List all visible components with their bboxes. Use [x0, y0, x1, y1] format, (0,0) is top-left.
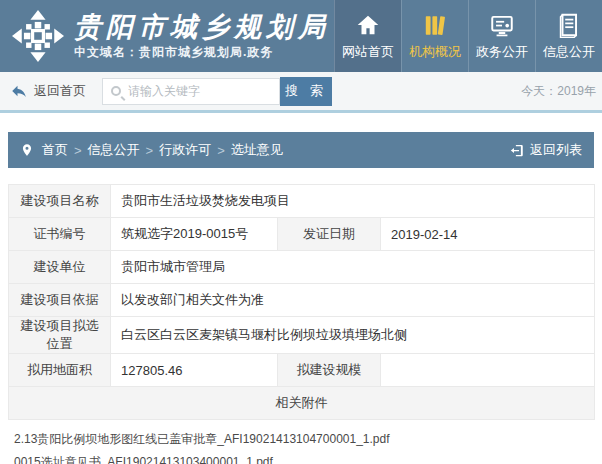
books-icon	[422, 12, 448, 38]
breadcrumb-item-site-opinion[interactable]: 选址意见	[231, 141, 283, 159]
project-detail-table: 建设项目名称 贵阳市生活垃圾焚烧发电项目 证书编号 筑规选字2019-0015号…	[8, 184, 595, 420]
toolbar: 返回首页 搜 索 今天：2019年	[0, 72, 602, 113]
search-button[interactable]: 搜 索	[280, 77, 332, 106]
back-home-label: 返回首页	[34, 82, 86, 100]
back-arrow-icon	[10, 82, 28, 100]
table-row: 建设项目拟选位置 白云区白云区麦架镇马堰村比例坝垃圾填埋场北侧	[9, 317, 595, 354]
table-row: 拟用地面积 127805.46 拟建设规模	[9, 354, 595, 387]
attachments-list: 2.13贵阳比例坝地形图红线已盖审批章_AFI19021413104700001…	[0, 420, 602, 464]
table-row: 建设项目依据 以发改部门相关文件为准	[9, 284, 595, 317]
monitor-icon	[489, 12, 515, 38]
breadcrumb: 首页 > 信息公开 > 行政许可 > 选址意见 返回列表	[8, 132, 594, 168]
return-to-list-button[interactable]: 返回列表	[509, 141, 582, 159]
field-value-proposed-location: 白云区白云区麦架镇马堰村比例坝垃圾填埋场北侧	[111, 317, 595, 354]
table-row: 建设单位 贵阳市城市管理局	[9, 251, 595, 284]
field-label-project-basis: 建设项目依据	[9, 284, 111, 317]
bureau-logo-icon	[12, 10, 64, 62]
return-list-icon	[509, 143, 524, 158]
field-value-construction-unit: 贵阳市城市管理局	[111, 251, 595, 284]
breadcrumb-item-info-disclosure[interactable]: 信息公开	[88, 141, 140, 159]
field-label-project-name: 建设项目名称	[9, 185, 111, 218]
search-input[interactable]	[128, 84, 271, 98]
breadcrumb-separator: >	[217, 143, 225, 158]
attachment-pdf-link[interactable]: 0015选址意见书_AFI19021413103400001_1.pdf	[14, 451, 602, 464]
field-label-proposed-location: 建设项目拟选位置	[9, 317, 111, 354]
field-value-land-area: 127805.46	[111, 354, 278, 387]
today-date-label: 今天：2019年	[521, 83, 596, 100]
tab-org-overview[interactable]: 机构概况	[401, 0, 468, 72]
document-icon	[556, 12, 582, 38]
tab-label: 网站首页	[342, 43, 394, 61]
field-label-construction-unit: 建设单位	[9, 251, 111, 284]
search-icon	[111, 86, 121, 96]
field-value-project-name: 贵阳市生活垃圾焚烧发电项目	[111, 185, 595, 218]
tab-label: 机构概况	[409, 43, 461, 61]
field-value-cert-number: 筑规选字2019-0015号	[111, 218, 278, 251]
main-nav: 网站首页 机构概况 政务公开	[334, 0, 602, 72]
table-row: 证书编号 筑规选字2019-0015号 发证日期 2019-02-14	[9, 218, 595, 251]
field-value-project-basis: 以发改部门相关文件为准	[111, 284, 595, 317]
site-header: 贵阳市城乡规划局 中文域名：贵阳市城乡规划局.政务 网站首页 机构概况	[0, 0, 602, 72]
tab-gov-affairs[interactable]: 政务公开	[468, 0, 535, 72]
logo-area: 贵阳市城乡规划局 中文域名：贵阳市城乡规划局.政务	[0, 0, 334, 72]
tab-site-home[interactable]: 网站首页	[334, 0, 401, 72]
search-box	[102, 78, 280, 105]
field-label-cert-number: 证书编号	[9, 218, 111, 251]
field-label-issue-date: 发证日期	[278, 218, 381, 251]
field-label-land-area: 拟用地面积	[9, 354, 111, 387]
table-row: 相关附件	[9, 387, 595, 420]
back-home-link[interactable]: 返回首页	[10, 82, 86, 100]
return-list-label: 返回列表	[530, 141, 582, 159]
breadcrumb-separator: >	[146, 143, 154, 158]
location-pin-icon	[20, 143, 34, 157]
breadcrumb-item-home[interactable]: 首页	[42, 141, 68, 159]
site-title: 贵阳市城乡规划局	[74, 11, 330, 42]
tab-label: 信息公开	[543, 43, 595, 61]
field-label-construction-scale: 拟建设规模	[278, 354, 381, 387]
site-domain-label: 中文域名：贵阳市城乡规划局.政务	[74, 44, 330, 61]
home-icon	[355, 12, 381, 38]
breadcrumb-separator: >	[74, 143, 82, 158]
table-row: 建设项目名称 贵阳市生活垃圾焚烧发电项目	[9, 185, 595, 218]
tab-label: 政务公开	[476, 43, 528, 61]
field-value-issue-date: 2019-02-14	[381, 218, 595, 251]
tab-info-disclosure[interactable]: 信息公开	[535, 0, 602, 72]
attachment-pdf-link[interactable]: 2.13贵阳比例坝地形图红线已盖审批章_AFI19021413104700001…	[14, 428, 602, 451]
related-attachments-header: 相关附件	[9, 387, 595, 420]
breadcrumb-item-admin-permit[interactable]: 行政许可	[159, 141, 211, 159]
field-value-construction-scale	[381, 354, 595, 387]
